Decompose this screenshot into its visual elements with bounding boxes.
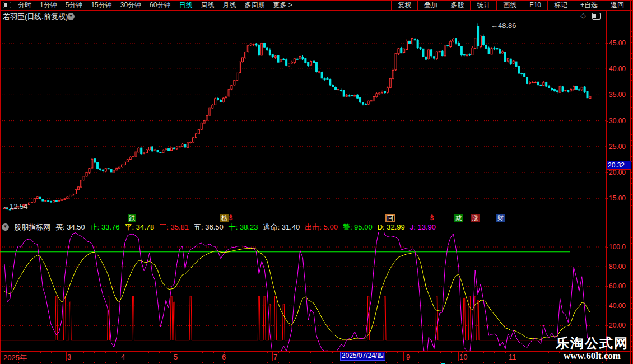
toolbar-button-画线[interactable]: 画线 <box>496 0 523 11</box>
toolbar-button-标记[interactable]: 标记 <box>547 0 574 11</box>
signal-tag-榜: 榜 <box>220 214 229 222</box>
toolbar-button-返回[interactable]: 返回 <box>604 0 630 11</box>
candle-body <box>540 85 542 86</box>
candle-body <box>36 197 38 199</box>
kdj-indicator-chart[interactable] <box>0 232 606 351</box>
candle-body <box>64 199 66 200</box>
candle-body <box>573 86 575 90</box>
rail-tick <box>631 189 632 189</box>
diamond-icon[interactable]: ◇ <box>580 11 586 20</box>
indicator-tick-label: 40.00 <box>609 302 626 310</box>
window-icon[interactable] <box>592 13 601 20</box>
candle-body <box>439 51 440 52</box>
toolbar-button-多股[interactable]: 多股 <box>444 0 470 11</box>
candle-body <box>477 26 479 46</box>
week-tick <box>430 352 430 353</box>
candle-body <box>346 95 347 96</box>
rail-tick <box>631 237 632 238</box>
candle-body <box>283 59 285 59</box>
tab-period-5分钟[interactable]: 5分钟 <box>66 1 83 10</box>
week-tick <box>332 352 333 353</box>
toolbar-button-F10[interactable]: F10 <box>523 0 547 11</box>
rail-tick <box>631 335 632 336</box>
tab-period-周线[interactable]: 周线 <box>201 1 214 10</box>
chevron-down-icon[interactable]: ▾ <box>67 13 75 20</box>
week-tick <box>94 352 95 353</box>
candle-body <box>463 54 465 55</box>
bottom-tick <box>224 362 225 363</box>
rail-tick <box>631 113 632 113</box>
candle-body <box>329 80 331 85</box>
candle-body <box>496 48 498 49</box>
week-tick <box>8 352 8 353</box>
candle-body <box>91 159 93 168</box>
tab-period-30分钟[interactable]: 30分钟 <box>120 1 141 10</box>
candle-body <box>431 50 432 56</box>
candle-body <box>318 72 320 72</box>
tab-period-更多 >[interactable]: 更多 > <box>273 1 292 10</box>
month-label-3: 3 <box>67 353 71 361</box>
rail-tick <box>631 26 632 26</box>
candle-body <box>373 97 375 101</box>
toolbar-button-+自选[interactable]: +自选 <box>574 0 604 11</box>
rail-tick <box>631 216 632 216</box>
candle-body <box>546 82 547 86</box>
candle-body <box>428 50 430 59</box>
candlestick-chart[interactable] <box>0 21 606 214</box>
candle-body <box>58 200 60 201</box>
candle-body <box>277 55 279 62</box>
week-tick <box>462 352 463 353</box>
month-separator <box>403 352 404 361</box>
candle-body <box>406 41 408 49</box>
price-tick-label: 20.00 <box>609 169 626 176</box>
candle-body <box>42 199 44 201</box>
bottom-tick <box>332 362 333 363</box>
bottom-tick <box>105 362 106 363</box>
week-tick <box>40 352 41 353</box>
toolbar-button-叠加[interactable]: 叠加 <box>417 0 444 11</box>
week-tick <box>62 352 62 353</box>
candle-body <box>212 105 213 108</box>
candle-body <box>414 39 416 40</box>
tab-period-多周期[interactable]: 多周期 <box>244 1 264 10</box>
tab-period-日线[interactable]: 日线 <box>179 1 192 10</box>
candle-body <box>102 170 104 171</box>
bottom-tick <box>246 362 246 363</box>
candle-body <box>403 49 405 52</box>
tab-period-60分钟[interactable]: 60分钟 <box>150 1 170 10</box>
price-tick-label: 30.00 <box>609 117 626 125</box>
price-tick-label: 15.00 <box>609 194 626 202</box>
toolbar-button-复权[interactable]: 复权 <box>391 0 417 11</box>
candle-body <box>420 48 421 49</box>
month-separator <box>221 352 221 361</box>
candle-body <box>288 63 290 66</box>
candle-body <box>398 49 399 54</box>
layout-toggle-button[interactable] <box>0 0 15 10</box>
bottom-tick <box>181 362 181 363</box>
week-tick <box>300 352 300 353</box>
rail-tick <box>631 156 632 157</box>
candle-body <box>48 201 49 202</box>
signal-tag-跌: 跌 <box>128 214 136 222</box>
rail-tick <box>631 80 632 81</box>
tab-period-月线[interactable]: 月线 <box>222 1 236 10</box>
candle-body <box>529 82 530 83</box>
tab-period-15分钟[interactable]: 15分钟 <box>91 1 111 10</box>
week-tick <box>494 352 495 353</box>
indicator-tick <box>606 247 608 248</box>
rail-tick <box>631 254 632 254</box>
rail-tick <box>631 69 632 70</box>
tab-period-1分钟[interactable]: 1分钟 <box>40 1 57 10</box>
chevron-down-icon[interactable]: ▾ <box>2 223 9 231</box>
candle-body <box>239 62 241 72</box>
candle-body <box>504 52 506 62</box>
month-separator <box>508 352 508 361</box>
candle-body <box>269 50 271 54</box>
candle-body <box>482 36 484 45</box>
candle-body <box>231 86 232 90</box>
candle-body <box>83 176 85 180</box>
tab-period-分时[interactable]: 分时 <box>18 1 31 10</box>
toolbar-button-统计[interactable]: 统计 <box>470 0 496 11</box>
action-toolbar: 复权叠加多股统计画线F10标记+自选返回 <box>391 0 630 11</box>
rail-tick <box>631 102 632 102</box>
